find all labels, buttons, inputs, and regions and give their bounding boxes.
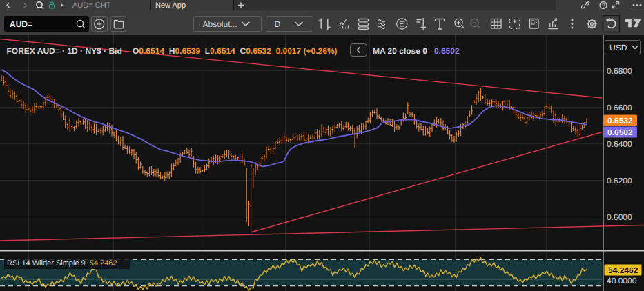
svg-text:?: ? bbox=[602, 2, 605, 9]
